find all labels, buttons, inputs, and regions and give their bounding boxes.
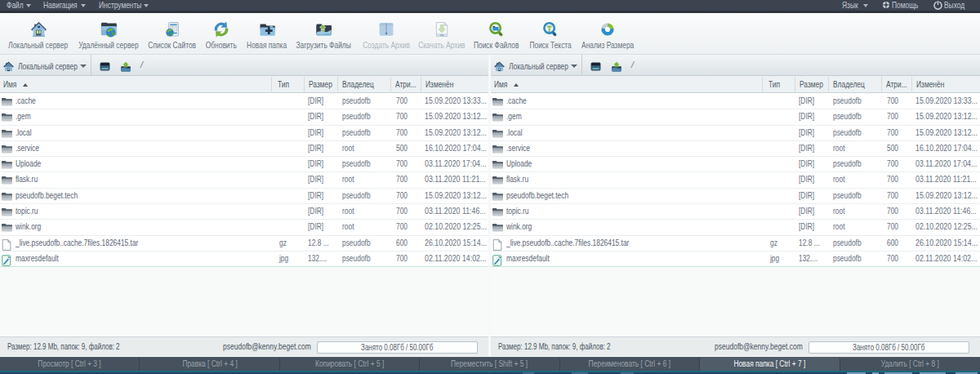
svg-text:zip: zip: [440, 33, 443, 37]
